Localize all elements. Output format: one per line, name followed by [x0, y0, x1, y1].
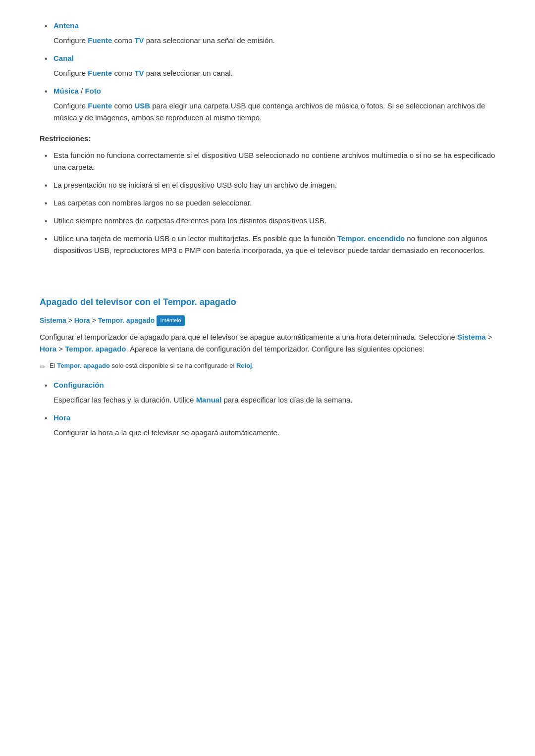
- intentelo-badge[interactable]: Inténtelo: [157, 315, 184, 326]
- restrictions-heading: Restricciones:: [40, 133, 495, 145]
- list-item-musica-foto: Música / Foto Configure Fuente como USB …: [40, 85, 495, 124]
- config-label: Configuración: [54, 381, 104, 389]
- restriction-item-4: Utilice siempre nombres de carpetas dife…: [40, 215, 495, 227]
- hora-item: Hora Configurar la hora a la que el tele…: [40, 412, 495, 439]
- canal-desc: Configure Fuente como TV para selecciona…: [54, 67, 495, 79]
- breadcrumb-tempor-apagado[interactable]: Tempor. apagado: [98, 316, 155, 324]
- config-list: Configuración Especificar las fechas y l…: [40, 379, 495, 439]
- canal-label: Canal: [54, 54, 74, 62]
- config-item: Configuración Especificar las fechas y l…: [40, 379, 495, 406]
- config-manual-link: Manual: [196, 396, 222, 404]
- breadcrumb-sistema[interactable]: Sistema: [40, 316, 66, 324]
- restriction-item-1: Esta función no funciona correctamente s…: [40, 150, 495, 173]
- tempor-encendido-link: Tempor. encendido: [337, 234, 405, 243]
- note-tempor-link: Tempor. apagado: [57, 362, 110, 369]
- pencil-icon: ✏: [40, 361, 46, 372]
- hora-desc: Configurar la hora a la que el televisor…: [54, 427, 495, 439]
- config-desc: Especificar las fechas y la duración. Ut…: [54, 394, 495, 406]
- list-item-canal: Canal Configure Fuente como TV para sele…: [40, 52, 495, 79]
- body-text-1: Configurar el temporizador de apagado pa…: [40, 331, 495, 355]
- antena-desc: Configure Fuente como TV para selecciona…: [54, 35, 495, 47]
- breadcrumb: Sistema > Hora > Tempor. apagadoInténtel…: [40, 314, 495, 326]
- foto-label: Foto: [85, 87, 101, 95]
- body-hora-link: Hora: [40, 345, 56, 353]
- section-title: Apagado del televisor con el Tempor. apa…: [40, 295, 495, 309]
- body-sistema-link: Sistema: [457, 333, 486, 341]
- list-item-antena: Antena Configure Fuente como TV para sel…: [40, 20, 495, 47]
- antena-label: Antena: [54, 21, 79, 30]
- restriction-item-5: Utilice una tarjeta de memoria USB o un …: [40, 233, 495, 256]
- hora-label: Hora: [54, 413, 70, 422]
- note-text: El Tempor. apagado solo está disponible …: [50, 361, 254, 371]
- musica-foto-desc: Configure Fuente como USB para elegir un…: [54, 100, 495, 124]
- restrictions-list: Esta función no funciona correctamente s…: [40, 150, 495, 256]
- body-tempor-apagado-link: Tempor. apagado: [65, 345, 126, 353]
- breadcrumb-hora[interactable]: Hora: [74, 316, 90, 324]
- restriction-item-2: La presentación no se iniciará si en el …: [40, 179, 495, 191]
- note-reloj-link: Reloj: [236, 362, 252, 369]
- restriction-item-3: Las carpetas con nombres largos no se pu…: [40, 197, 495, 209]
- musica-label: Música: [54, 87, 79, 95]
- note-row: ✏ El Tempor. apagado solo está disponibl…: [40, 361, 495, 372]
